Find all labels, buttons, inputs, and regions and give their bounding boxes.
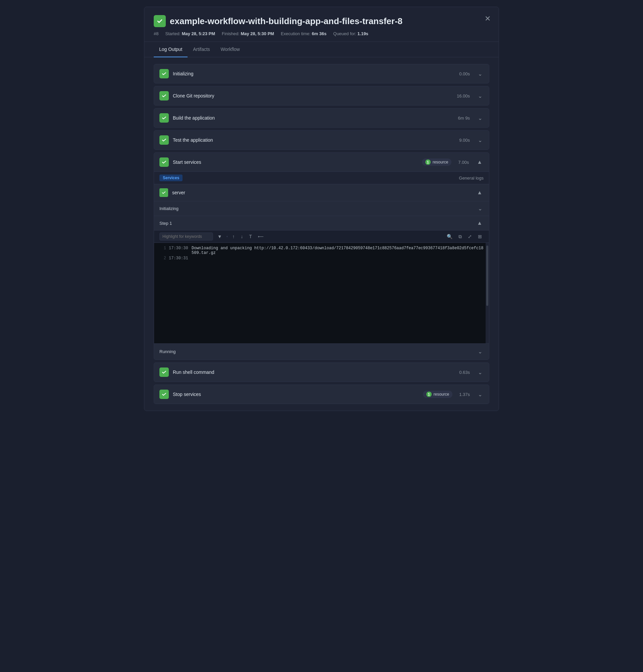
step-initializing: Initializing 0.00s ⌄ (154, 64, 489, 83)
queued-meta: Queued for: 1.19s (333, 31, 368, 36)
execution-meta: Execution time: 6m 36s (281, 31, 327, 36)
resource-count: 1 (425, 159, 431, 165)
step-duration: 6m 9s (458, 116, 470, 121)
start-services-duration: 7.00s (458, 160, 469, 165)
services-tabs-bar: Services General logs (154, 171, 489, 184)
step-label: Initializing (173, 71, 455, 76)
step-label: Build the application (173, 115, 454, 121)
step-run-shell: Run shell command 0.63s ⌄ (154, 362, 489, 382)
step-expand-button[interactable]: ⌄ (476, 70, 484, 78)
tabs-bar: Log Output Artifacts Workflow (144, 42, 499, 57)
log-line: 2 17:30:31 (154, 256, 489, 261)
resource-label: resource (434, 392, 449, 397)
step-clone-git: Clone Git repository 16.00s ⌄ (154, 86, 489, 106)
log-line-number: 2 (158, 256, 166, 261)
tab-log-output[interactable]: Log Output (154, 42, 187, 57)
step-duration: 9.00s (459, 138, 470, 143)
start-services-block: Start services 1 resource 7.00s ▲ Servic… (154, 153, 489, 360)
close-button[interactable]: ✕ (485, 15, 490, 22)
page-title: example-workflow-with-building-app-and-f… (170, 16, 402, 26)
log-toolbar: ▼ • ↑ ↓ T ⟵ 🔍 ⧉ ⤢ ⊞ (154, 230, 489, 243)
log-line: 1 17:30:30 Downloading and unpacking htt… (154, 245, 489, 256)
run-number: #8 (154, 31, 158, 36)
step-expand-button[interactable]: ⌄ (476, 114, 484, 122)
step1-collapse-button[interactable]: ▲ (475, 219, 484, 227)
workflow-modal: example-workflow-with-building-app-and-f… (144, 7, 499, 411)
step-success-icon (159, 389, 169, 399)
step-build-app: Build the application 6m 9s ⌄ (154, 108, 489, 128)
running-section[interactable]: Running ⌄ (154, 343, 489, 359)
initializing-sub-collapse-button[interactable]: ⌄ (476, 205, 484, 212)
step1-section[interactable]: Step 1 ▲ (154, 216, 489, 230)
finished-meta: Finished: May 28, 5:30 PM (222, 31, 274, 36)
running-expand-button[interactable]: ⌄ (476, 348, 484, 356)
step-expand-button[interactable]: ⌄ (476, 369, 484, 376)
start-services-header: Start services 1 resource 7.00s ▲ (154, 153, 489, 171)
nav-down-button[interactable]: ↓ (239, 233, 245, 240)
step-success-icon (159, 157, 169, 167)
log-content: Initializing 0.00s ⌄ Clone Git repositor… (144, 57, 499, 411)
server-row: server ▲ (154, 184, 489, 201)
log-timestamp: 17:30:30 (169, 246, 189, 255)
log-timestamp: 17:30:31 (169, 256, 189, 261)
resource-count: 1 (426, 392, 432, 397)
server-label: server (172, 190, 472, 195)
running-label: Running (159, 349, 175, 354)
initializing-sub-label: Initializing (159, 206, 179, 211)
modal-header: example-workflow-with-building-app-and-f… (144, 7, 499, 42)
step-label: Stop services (173, 392, 419, 397)
step-expand-button[interactable]: ⌄ (476, 136, 484, 144)
highlight-keywords-input[interactable] (159, 232, 213, 241)
step-duration: 0.00s (459, 71, 470, 76)
font-size-button[interactable]: T (247, 233, 254, 240)
scrollbar-thumb (486, 245, 488, 306)
meta-row: #8 Started: May 28, 5:23 PM Finished: Ma… (154, 31, 489, 36)
log-output-area: 1 17:30:30 Downloading and unpacking htt… (154, 243, 489, 343)
services-tab-badge[interactable]: Services (159, 175, 183, 181)
wrap-toggle-button[interactable]: ⟵ (256, 233, 265, 240)
step-label: Run shell command (173, 370, 455, 375)
log-line-number: 1 (158, 246, 166, 255)
step-success-icon (159, 368, 169, 377)
tab-artifacts[interactable]: Artifacts (187, 42, 215, 57)
step-success-icon (159, 91, 169, 100)
nav-up-button[interactable]: ↑ (231, 233, 236, 240)
tab-workflow[interactable]: Workflow (215, 42, 245, 57)
log-text: Downloading and unpacking http://10.42.0… (192, 246, 485, 255)
resource-label: resource (433, 160, 448, 165)
started-meta: Started: May 28, 5:23 PM (165, 31, 215, 36)
step-label: Test the application (173, 137, 455, 143)
server-expand-button[interactable]: ▲ (475, 189, 484, 196)
step-stop-services: Stop services 1 resource 1.37s ⌄ (154, 385, 489, 404)
server-success-icon (159, 188, 168, 197)
step-duration: 1.37s (459, 392, 470, 397)
step-duration: 0.63s (459, 370, 470, 375)
step-expand-button[interactable]: ⌄ (476, 92, 484, 100)
general-logs-button[interactable]: General logs (459, 176, 484, 181)
filter-icon-button[interactable]: ▼ (216, 233, 224, 240)
step-label: Clone Git repository (173, 93, 453, 98)
download-button[interactable]: ⊞ (476, 233, 484, 240)
title-success-icon (154, 15, 166, 27)
log-scrollbar[interactable] (486, 243, 489, 343)
step-test-app: Test the application 9.00s ⌄ (154, 130, 489, 150)
resource-badge-stop: 1 resource (423, 391, 453, 398)
step-success-icon (159, 69, 169, 79)
start-services-collapse-button[interactable]: ▲ (475, 158, 484, 166)
start-services-label: Start services (173, 159, 418, 165)
step-success-icon (159, 113, 169, 123)
fullscreen-button[interactable]: ⤢ (466, 233, 474, 240)
step-expand-button[interactable]: ⌄ (476, 391, 484, 398)
step-success-icon (159, 135, 169, 145)
search-button[interactable]: 🔍 (445, 233, 454, 240)
step1-label: Step 1 (159, 221, 172, 226)
copy-button[interactable]: ⧉ (457, 233, 463, 241)
initializing-sub-section[interactable]: Initializing ⌄ (154, 201, 489, 216)
resource-badge: 1 resource (422, 158, 452, 166)
title-row: example-workflow-with-building-app-and-f… (154, 15, 489, 27)
step-duration: 16.00s (457, 94, 470, 98)
